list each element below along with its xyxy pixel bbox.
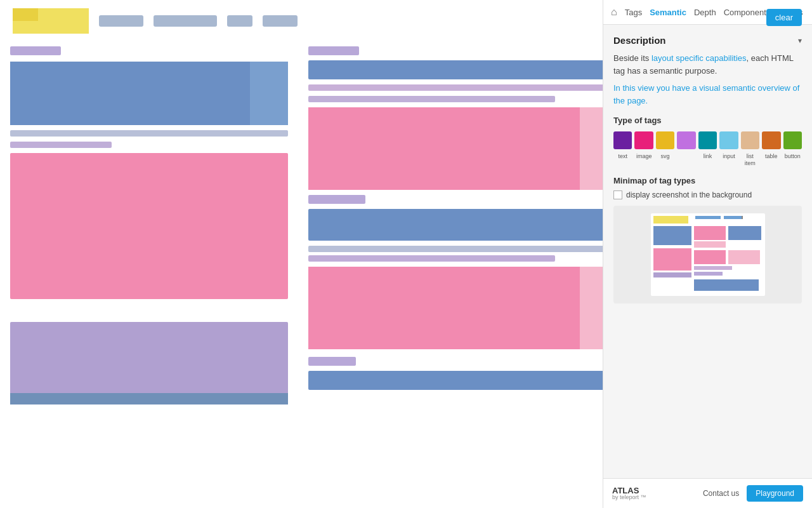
description-text-1: Beside its layout specific capabilities,… (613, 52, 802, 77)
nav-item-blog[interactable] (227, 15, 252, 27)
tag-types-section: Type of tags textimagesvglinkinputlist i… (613, 116, 802, 167)
right-pink-main-2 (308, 267, 580, 349)
left-pink-block (10, 153, 288, 299)
tag-label-6: list item (741, 153, 759, 167)
tag-label-7: table (762, 153, 780, 167)
mm-pink-block3 (653, 248, 691, 271)
tag-swatch-1 (634, 131, 653, 149)
mm-purple-bar1 (653, 272, 691, 277)
tag-swatch-5 (719, 131, 738, 149)
minimap-inner (651, 213, 765, 296)
tag-label-0: text (613, 153, 632, 167)
tag-types-labels: textimagesvglinkinputlist itemtablebutto… (613, 153, 802, 167)
mm-purple-bar3 (694, 272, 723, 276)
tag-label-5: input (719, 153, 738, 167)
nav-item-documentation[interactable] (154, 15, 217, 27)
logo (13, 8, 89, 34)
tag-types-swatches (613, 131, 802, 149)
contact-link[interactable]: Contact us (703, 489, 739, 498)
minimap-checkbox[interactable] (613, 190, 622, 199)
minimap-container (613, 206, 802, 304)
clear-button[interactable]: clear (766, 9, 802, 26)
tag-label-8: button (783, 153, 802, 167)
panel-body: Description ▾ Beside its layout specific… (603, 25, 812, 478)
mm-blue-line1 (695, 216, 721, 219)
panel: ⌂ Tags Semantic Depth Components Assets … (603, 0, 812, 508)
minimap-title: Minimap of tag types (613, 176, 802, 185)
tag-swatch-3 (677, 131, 695, 149)
highlight-1: layout specific capabilities (652, 53, 747, 63)
tag-label-2: svg (656, 153, 674, 167)
playground-button[interactable]: Playground (747, 485, 803, 502)
description-title: Description (613, 35, 666, 46)
nav-item-pricing[interactable] (263, 15, 298, 27)
right-label-2 (308, 195, 365, 204)
nav-semantic[interactable]: Semantic (650, 8, 686, 17)
nav-components[interactable]: Components (724, 8, 771, 17)
description-section-header: Description ▾ (613, 35, 802, 46)
right-divider-half (308, 255, 555, 262)
left-purple-block (10, 322, 288, 404)
mm-pink-block4 (694, 250, 726, 264)
left-card-main (10, 62, 250, 125)
chevron-icon[interactable]: ▾ (798, 36, 802, 45)
left-column (0, 41, 298, 508)
mm-pink-block5 (728, 250, 760, 264)
mm-blue-block1 (653, 226, 691, 245)
tag-label-1: image (634, 153, 653, 167)
left-label-1 (10, 46, 61, 55)
atlas-logo-sub: by teleport ™ (612, 495, 646, 500)
nav-depth[interactable]: Depth (694, 8, 716, 17)
left-card-side (250, 62, 288, 125)
tag-swatch-0 (613, 131, 632, 149)
home-icon[interactable]: ⌂ (611, 6, 617, 18)
tag-swatch-2 (656, 131, 674, 149)
mm-purple-bar2 (694, 266, 732, 270)
mm-blue-bar (694, 279, 759, 291)
tag-types-title: Type of tags (613, 116, 802, 125)
right-pink-main-1 (308, 107, 580, 190)
tag-label-4: link (698, 153, 717, 167)
tag-swatch-8 (783, 131, 802, 149)
description-text-2: In this view you have a visual semantic … (613, 82, 802, 107)
right-text-bar-2 (308, 96, 555, 102)
mm-yellow (653, 216, 688, 224)
left-divider-1 (10, 130, 288, 137)
minimap-checkbox-row: display screenshot in the background (613, 190, 802, 199)
nav-item-products[interactable] (99, 15, 143, 27)
tag-swatch-7 (762, 131, 780, 149)
tag-swatch-6 (741, 131, 759, 149)
mm-pink-block2 (694, 241, 726, 248)
mm-pink-block1 (694, 226, 726, 240)
mm-blue-block2 (728, 226, 761, 240)
left-divider-2 (10, 142, 112, 148)
panel-footer: ATLAS by teleport ™ Contact us Playgroun… (603, 478, 812, 508)
highlight-2: In this view you have a visual semantic … (613, 83, 799, 105)
atlas-logo: ATLAS by teleport ™ (612, 486, 646, 500)
mm-blue-line2 (724, 216, 743, 219)
right-label-1 (308, 46, 359, 55)
left-card-1 (10, 62, 288, 125)
minimap-section: Minimap of tag types display screenshot … (613, 176, 802, 304)
minimap-checkbox-label: display screenshot in the background (626, 190, 752, 199)
right-text-bar-1 (308, 84, 654, 91)
nav-tags[interactable]: Tags (625, 8, 642, 17)
tag-swatch-4 (698, 131, 717, 149)
right-label-3 (308, 357, 356, 366)
tag-label-3 (677, 153, 695, 167)
